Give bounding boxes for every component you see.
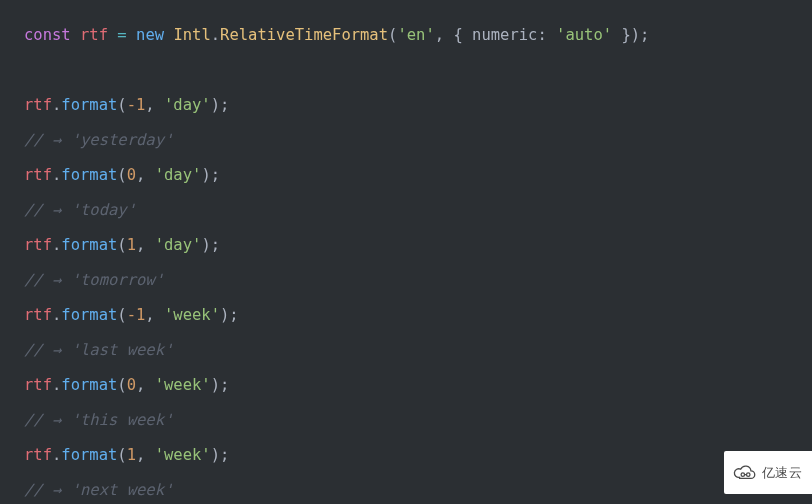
punct-close: );	[211, 446, 230, 464]
code-block: const rtf = new Intl.RelativeTimeFormat(…	[24, 18, 788, 504]
string-auto: 'auto'	[556, 26, 612, 44]
punct-open: (	[117, 376, 126, 394]
code-line-call: rtf.format(-1, 'day');	[24, 88, 788, 123]
option-key-numeric: numeric	[472, 26, 537, 44]
watermark-text: 亿速云	[762, 455, 803, 490]
punct-open: (	[117, 96, 126, 114]
code-line-call: rtf.format(-1, 'week');	[24, 298, 788, 333]
identifier-rtf: rtf	[24, 376, 52, 394]
punct-dot: .	[52, 96, 61, 114]
number-arg: -1	[127, 96, 146, 114]
comment-text: // → 'tomorrow'	[24, 271, 164, 289]
comment-line: // → 'next week'	[24, 473, 788, 504]
punct-comma: ,	[136, 166, 155, 184]
number-arg: -1	[127, 306, 146, 324]
cloud-icon	[732, 464, 758, 482]
method-format: format	[61, 446, 117, 464]
identifier-rtf: rtf	[24, 306, 52, 324]
punct-open: (	[117, 446, 126, 464]
punct-open: (	[117, 236, 126, 254]
comment-line: // → 'tomorrow'	[24, 263, 788, 298]
comment-line: // → 'today'	[24, 193, 788, 228]
punct-dot: .	[211, 26, 220, 44]
method-format: format	[61, 166, 117, 184]
comment-text: // → 'yesterday'	[24, 131, 173, 149]
punct-close: );	[220, 306, 239, 324]
code-line-call: rtf.format(0, 'day');	[24, 158, 788, 193]
code-line-call: rtf.format(0, 'week');	[24, 368, 788, 403]
comment-text: // → 'this week'	[24, 411, 173, 429]
svg-point-0	[741, 472, 744, 475]
punct-dot: .	[52, 236, 61, 254]
punct-dot: .	[52, 376, 61, 394]
number-arg: 1	[127, 446, 136, 464]
string-locale: 'en'	[397, 26, 434, 44]
punct-colon: :	[537, 26, 556, 44]
punct-dot: .	[52, 166, 61, 184]
code-line-declaration: const rtf = new Intl.RelativeTimeFormat(…	[24, 18, 788, 53]
watermark-badge: 亿速云	[724, 451, 813, 494]
number-arg: 0	[127, 376, 136, 394]
string-unit: 'week'	[164, 306, 220, 324]
identifier-rtf: rtf	[24, 236, 52, 254]
string-unit: 'day'	[155, 236, 202, 254]
blank-line	[24, 53, 788, 88]
keyword-new: new	[136, 26, 164, 44]
punct-open: (	[388, 26, 397, 44]
punct-brace-close: }	[612, 26, 631, 44]
identifier-rtf: rtf	[24, 446, 52, 464]
identifier-rtf: rtf	[24, 96, 52, 114]
string-unit: 'week'	[155, 376, 211, 394]
comment-line: // → 'yesterday'	[24, 123, 788, 158]
punct-comma: ,	[145, 96, 164, 114]
punct-close: );	[201, 166, 220, 184]
svg-point-1	[746, 472, 749, 475]
comment-text: // → 'today'	[24, 201, 136, 219]
punct-comma: ,	[136, 236, 155, 254]
number-arg: 1	[127, 236, 136, 254]
punct-brace-open: {	[453, 26, 472, 44]
method-format: format	[61, 306, 117, 324]
operator-assign: =	[117, 26, 126, 44]
punct-comma: ,	[435, 26, 454, 44]
punct-close: );	[211, 376, 230, 394]
punct-dot: .	[52, 446, 61, 464]
comment-text: // → 'next week'	[24, 481, 173, 499]
class-relativetimeformat: RelativeTimeFormat	[220, 26, 388, 44]
punct-comma: ,	[145, 306, 164, 324]
comment-line: // → 'last week'	[24, 333, 788, 368]
punct-open: (	[117, 166, 126, 184]
punct-open: (	[117, 306, 126, 324]
string-unit: 'week'	[155, 446, 211, 464]
punct-comma: ,	[136, 376, 155, 394]
punct-close: );	[211, 96, 230, 114]
punct-comma: ,	[136, 446, 155, 464]
punct-close: );	[201, 236, 220, 254]
method-format: format	[61, 236, 117, 254]
method-format: format	[61, 376, 117, 394]
code-line-call: rtf.format(1, 'week');	[24, 438, 788, 473]
punct-dot: .	[52, 306, 61, 324]
namespace-intl: Intl	[173, 26, 210, 44]
identifier-rtf: rtf	[24, 166, 52, 184]
keyword-const: const	[24, 26, 71, 44]
string-unit: 'day'	[164, 96, 211, 114]
punct-close: );	[631, 26, 650, 44]
code-line-call: rtf.format(1, 'day');	[24, 228, 788, 263]
comment-line: // → 'this week'	[24, 403, 788, 438]
identifier-rtf: rtf	[80, 26, 108, 44]
string-unit: 'day'	[155, 166, 202, 184]
number-arg: 0	[127, 166, 136, 184]
comment-text: // → 'last week'	[24, 341, 173, 359]
method-format: format	[61, 96, 117, 114]
